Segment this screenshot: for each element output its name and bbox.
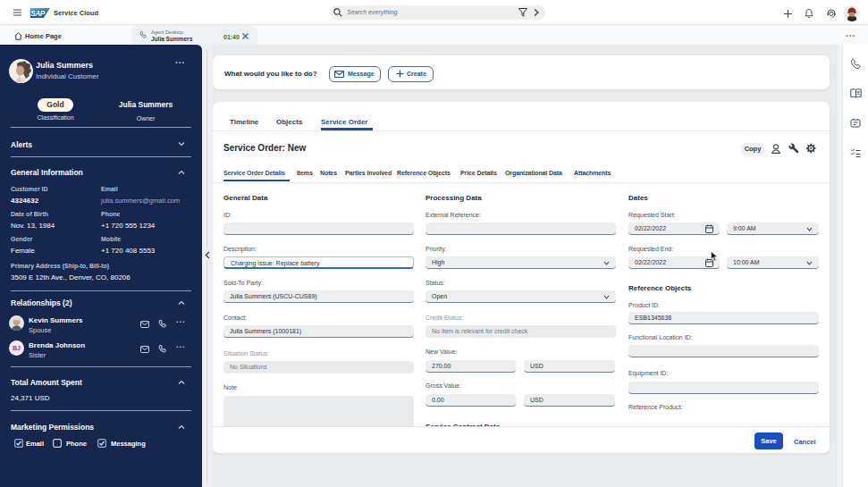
- svg-text:SAP: SAP: [30, 10, 46, 18]
